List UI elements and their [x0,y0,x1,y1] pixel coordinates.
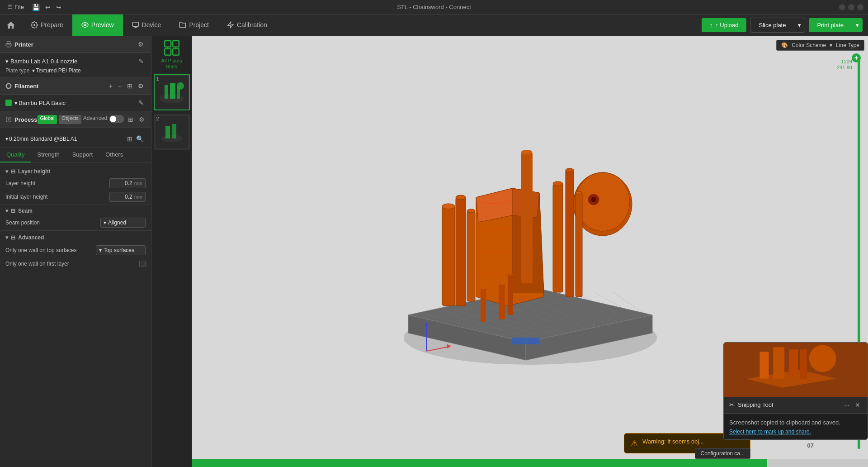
svg-rect-88 [773,347,784,379]
svg-rect-60 [467,211,475,301]
tab-support[interactable]: Support [66,148,99,162]
warning-text: Warning: It seems obj... [642,438,704,445]
filament-settings-button[interactable]: ⚙ [136,81,146,91]
initial-layer-height-unit: mm [134,194,142,200]
svg-point-79 [481,286,486,289]
maximize-button[interactable] [848,4,854,10]
print-dropdown-button[interactable]: ▾ [852,18,863,32]
profile-name-display[interactable]: ▾ 0.20mm Standard @BBL A1 [5,136,125,142]
color-scheme-bar[interactable]: 🎨 Color Scheme ▾ Line Type [776,40,864,51]
snipping-title-text: Snipping Tool [738,401,773,408]
one-wall-top-row: Only one wall on top surfaces ▾ Top surf… [0,243,151,257]
printer-controls: ⚙ [136,40,146,49]
one-wall-top-select[interactable]: ▾ Top surfaces [96,245,146,255]
snipping-preview [724,343,868,397]
minimize-button[interactable] [839,4,845,10]
advanced-section-header[interactable]: ▾ ⊟ Advanced [0,232,151,243]
title-bar: ☰ File 💾 ↩ ↪ STL - Chainsword - Connect [0,0,868,14]
svg-point-19 [177,82,184,90]
progress-bar [192,459,868,467]
progress-fill [192,459,767,467]
home-button[interactable] [0,14,22,36]
layer-height-input[interactable]: 0.2 mm [109,178,146,188]
profile-copy-button[interactable]: ⊞ [125,134,134,143]
printer-edit-button[interactable]: ✎ [137,57,146,66]
main-layout: Printer ⚙ ▾ Bambu Lab A1 0.4 nozzle ✎ Pl… [0,36,868,467]
global-tag[interactable]: Global [38,115,57,124]
filament-name-display[interactable]: ▾ Bambu PLA Basic [14,100,134,106]
plate-thumb-2[interactable]: 2 [154,114,190,150]
upload-icon: ↑ [710,22,713,29]
plate-num-2: 2 [156,116,159,121]
device-label: Device [142,21,161,29]
tab-others[interactable]: Others [99,148,129,162]
tab-preview[interactable]: Preview [72,14,123,36]
svg-point-77 [508,273,513,276]
title-bar-left: ☰ File 💾 ↩ ↪ [5,3,63,12]
seam-position-label: Seam position [5,219,100,226]
plate-thumb-1[interactable]: 1 [154,74,190,110]
svg-rect-7 [172,41,179,47]
upload-button[interactable]: ↑ ↑ Upload [702,18,747,32]
plate-type-name: Textured PEI Plate [36,67,80,74]
advanced-toggle-label: Advanced [83,115,107,124]
snipping-close-button[interactable]: ✕ [853,400,862,410]
process-copy-button[interactable]: ⊞ [126,115,135,124]
filament-dropdown-arrow: ▾ [14,100,18,106]
advanced-collapse-icon: ▾ [5,234,8,241]
undo-button[interactable]: ↩ [43,3,52,12]
snipping-link[interactable]: Select here to mark up and share. [729,429,862,435]
plate-sidebar: All PlatesStats 1 2 [151,36,192,467]
profile-search-button[interactable]: 🔍 [134,134,146,143]
plate-type-value[interactable]: ▾ Textured PEI Plate [32,67,80,74]
tab-device[interactable]: Device [123,14,170,36]
slice-dropdown-button[interactable]: ▾ [794,18,805,33]
printer-settings-button[interactable]: ⚙ [136,40,146,49]
menu-icon: ☰ [7,4,13,10]
nav-left: Prepare Preview Device Project Calibrati… [0,14,276,36]
slider-bottom-value: 241.80 [837,65,852,71]
color-scheme-label: Color Scheme [792,42,826,48]
tab-project[interactable]: Project [170,14,218,36]
objects-tag[interactable]: Objects [59,115,81,124]
redo-button[interactable]: ↪ [54,3,63,12]
svg-marker-3 [228,22,233,28]
close-button[interactable] [857,4,863,10]
title-bar-controls [839,4,863,10]
initial-layer-height-input[interactable]: 0.2 mm [109,192,146,202]
slider-top-label: 1209 241.80 [837,59,852,71]
save-button[interactable]: 💾 [30,3,42,12]
snipping-menu-button[interactable]: ··· [842,400,851,410]
process-settings-button[interactable]: ⚙ [137,115,146,124]
all-plates-stats-button[interactable]: All PlatesStats [154,36,190,72]
advanced-toggle[interactable] [109,115,124,123]
seam-position-select[interactable]: ▾ Aligned [100,218,146,228]
plate-1-preview [156,76,188,109]
filament-edit-button[interactable]: ✎ [137,98,146,107]
filament-copy-button[interactable]: ⊞ [125,81,134,91]
layer-height-header: ▾ ⊟ Layer height [0,167,151,176]
print-label: Print plate [817,22,844,29]
filament-remove-button[interactable]: − [116,81,123,91]
svg-rect-56 [442,206,455,306]
filament-add-button[interactable]: + [107,81,114,91]
slice-btn-group: Slice plate ▾ [750,18,805,33]
tab-prepare[interactable]: Prepare [22,14,72,36]
window-title: STL - Chainsword - Connect [397,4,471,10]
svg-rect-74 [499,283,505,319]
config-bar[interactable]: Configuration ca... [695,448,750,459]
process-section-header: Process Global Objects Advanced ⊞ ⚙ [0,111,151,128]
printer-name-display: ▾ Bambu Lab A1 0.4 nozzle [5,58,137,65]
tab-strength[interactable]: Strength [31,148,66,162]
print-button[interactable]: Print plate [809,18,852,32]
slice-button[interactable]: Slice plate [750,18,794,33]
file-menu[interactable]: ☰ File [5,3,27,11]
color-scheme-arrow: ▾ [830,42,832,48]
tab-calibration[interactable]: Calibration [218,14,276,36]
initial-layer-height-row: Initial layer height 0.2 mm [0,190,151,204]
tab-quality[interactable]: Quality [0,148,31,162]
all-plates-label: All PlatesStats [161,58,182,70]
one-wall-first-layer-checkbox[interactable] [139,261,146,267]
seam-section-label: Seam [18,208,33,214]
quality-tabs: Quality Strength Support Others [0,148,151,163]
